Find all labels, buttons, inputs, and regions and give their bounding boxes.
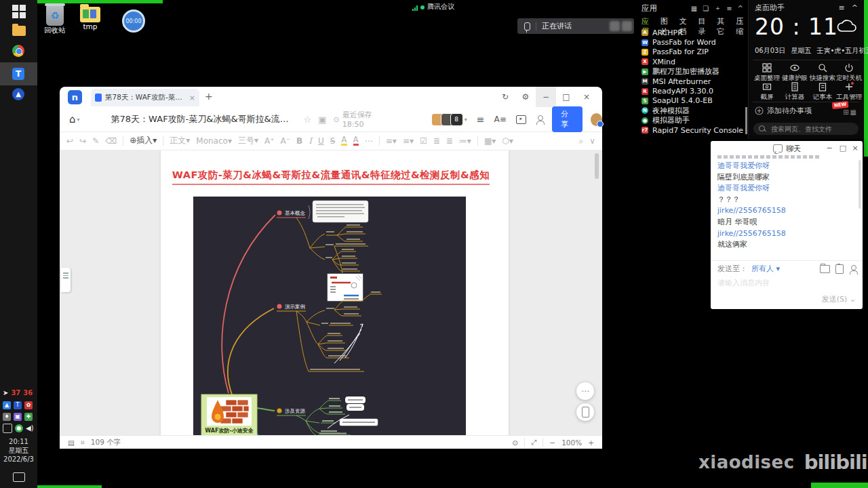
display-tray-icon[interactable] [3,424,12,433]
tray-app-icon[interactable]: ▲ [3,401,11,409]
refresh-icon[interactable]: ↻ [495,87,515,107]
add-todo-button[interactable]: 添加待办事项 [755,106,812,116]
invite-person-icon[interactable] [536,115,542,123]
chrome-icon[interactable] [12,45,26,58]
app-list-item[interactable]: MMSI Afterburner [642,77,745,86]
chat-sender[interactable]: jirke//2556765158 [717,205,853,217]
mindmap-image[interactable]: 基本概念 [193,197,466,436]
font-color-icon[interactable]: A [353,136,359,146]
collaborators[interactable]: 8 ▾ [431,113,467,126]
paragraph-style-select[interactable]: 正文▾ [170,135,190,146]
clear-format-icon[interactable]: ⌫ [105,136,117,146]
play-mode-icon[interactable]: ⊙ [512,439,518,447]
zoom-out-button[interactable]: − [549,439,555,447]
tray-app-icon[interactable]: T [14,401,22,409]
new-tab-button[interactable]: + [205,91,213,102]
app-list-item[interactable]: ▶鹏程万里加密播放器 [642,67,745,77]
app-list-item[interactable]: RReadyAPI 3.30.0 [642,86,745,96]
app-list-item[interactable]: WPassFab for Word [642,37,745,47]
format-painter-icon[interactable]: ✎ [92,136,99,146]
font-size-select[interactable]: 三号▾ [238,135,258,146]
speaking-bar[interactable]: 正在讲话 [517,18,634,34]
search-icon[interactable]: ⌕ [578,136,583,146]
emoji-folder-icon[interactable] [820,265,830,273]
meeting-timer[interactable]: 00:00 [122,9,145,33]
bold-icon[interactable]: B [296,136,302,146]
mic-tray-icon[interactable]: ♦ [3,413,11,421]
home-icon[interactable]: ⌂ [69,113,76,125]
minimize-button[interactable]: − [536,87,556,107]
underline-icon[interactable]: U [318,136,324,146]
insert-button[interactable]: ⊕插入▾ [130,135,157,146]
start-button-icon[interactable] [12,5,26,18]
docs-app-logo[interactable]: n [68,90,82,104]
highlight-color-icon[interactable]: A [341,136,347,146]
fullscreen-icon[interactable]: ⤢ [531,438,536,447]
chat-tray-icon[interactable]: ● [15,424,23,432]
chat-message-input[interactable] [716,278,841,288]
close-button[interactable]: × [849,141,861,156]
present-icon[interactable]: ▸ [516,115,526,124]
lanhu-app-icon[interactable]: ▲ [12,88,26,102]
text-format-icon[interactable]: A≡ [494,115,506,124]
align-left-icon[interactable]: ≡▾ [386,136,397,146]
doc-tab[interactable]: 第78天：WAF攻防-菜刀... × [91,89,199,106]
assistant-search[interactable] [753,123,859,135]
tool-timed-shutdown[interactable]: 定时关机 [836,63,862,83]
app-list-item[interactable]: AARCHPR [642,28,745,37]
cursor-tray-icon[interactable]: ➤ [3,389,8,396]
speaker-icon[interactable]: ◀) [26,424,34,432]
tool-calculator[interactable]: 计算器 [782,82,808,102]
zoom-in-button[interactable]: + [588,439,594,447]
user-avatar[interactable] [591,113,602,126]
send-button[interactable]: 发送(S) ⌄ [822,294,856,304]
collapse-icon[interactable]: ^ [738,5,743,12]
tool-desktop-organize[interactable]: 桌面整理 [754,63,780,83]
chat-message-list[interactable]: 迪哥哥我爱你呀 隔壁到底是哪家 迪哥哥我爱你呀 ？？？ jirke//25567… [717,161,853,251]
app-list-item[interactable]: ●模拟器助手 [642,116,745,125]
insert-table-icon[interactable]: ▦▾ [484,136,496,146]
share-button[interactable]: 分享 [552,106,583,132]
maximize-button[interactable]: □ [556,87,576,107]
chat-sender[interactable]: 迪哥哥我爱你呀 [717,183,853,195]
outline-toggle-tab[interactable] [61,268,71,292]
app-list-item[interactable]: XXMind [642,57,745,66]
numbered-list-icon[interactable]: ≣ [433,136,440,146]
app-list-item[interactable]: SSoapUI 5.4.0-EB [642,96,745,106]
chat-scrollbar[interactable] [859,160,861,209]
maximize-button[interactable]: □ [837,141,849,156]
desktop-icon-recycle[interactable]: ♻ 回收站 [39,5,71,35]
tool-eye-care[interactable]: 健康护眼 [782,63,808,83]
insert-shape-icon[interactable]: ⬡▾ [502,136,513,146]
tray-app-icon[interactable]: ✿ [24,401,33,409]
menu-icon[interactable]: ≡ [477,114,485,125]
app-list-item[interactable]: N夜神模拟器 [642,106,745,115]
more-floating-button[interactable]: ⋯ [576,382,594,400]
strikethrough-icon[interactable]: S [330,136,336,146]
italic-icon[interactable]: I [309,136,312,146]
app-list-scrollbar[interactable] [745,107,747,134]
tool-manage[interactable]: 工具管理 [836,82,862,102]
tool-screenshot[interactable]: 截屏 [754,82,780,102]
mobile-view-button[interactable] [576,403,594,421]
undo-icon[interactable]: ↩ [66,136,73,146]
collapse-toolbar-icon[interactable]: ∨ [589,136,595,146]
align-center-icon[interactable]: ≡▾ [403,136,414,146]
add-icon[interactable]: ＋ [714,3,721,13]
content-scrollbar[interactable] [595,153,599,179]
desktop-icon-tmp[interactable]: tmp [75,7,106,30]
book-view-icon[interactable]: ⌗ [81,438,85,447]
font-decrease-icon[interactable]: A⁻ [280,136,290,146]
tool-quick-search[interactable]: 快捷搜索 [810,63,835,83]
star-icon[interactable]: ☆ [304,115,312,125]
doc-content-area[interactable]: WAF攻防-菜刀&冰蝎&哥斯拉&流量通讯&特征绕过&检测反制&感知 基本概念 [60,150,602,436]
tray-app-icon[interactable]: ▣ [14,413,22,421]
assistant-search-input[interactable] [770,123,857,135]
menu-icon[interactable]: ≡ [839,3,845,12]
grid-view-icon[interactable]: ▦ [691,5,697,12]
indent-icon[interactable]: ≔▾ [459,136,471,146]
redo-icon[interactable]: ↪ [79,136,86,146]
meeting-indicator[interactable]: 腾讯会议 [412,1,454,11]
notification-tray-icon[interactable] [13,472,25,482]
weather-cloud-icon[interactable] [835,19,859,35]
